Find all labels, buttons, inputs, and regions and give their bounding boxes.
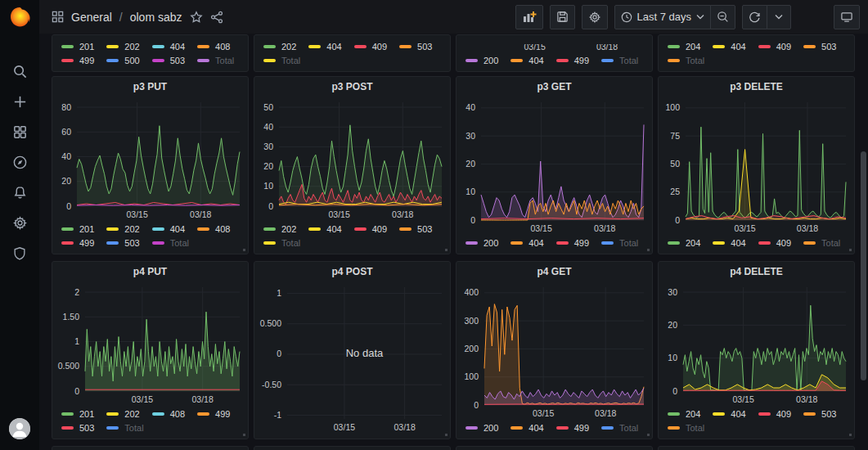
panel-resize-handle[interactable] xyxy=(243,249,245,251)
legend-item-total[interactable]: Total xyxy=(197,56,234,65)
time-range-picker[interactable]: Last 7 days xyxy=(614,5,712,29)
legend-item-204[interactable]: 204 xyxy=(668,42,700,52)
panel-title[interactable]: p3 POST xyxy=(254,77,450,97)
breadcrumb-dashboard-title[interactable]: olom sabz xyxy=(130,11,182,24)
legend-item-202[interactable]: 202 xyxy=(263,42,296,52)
legend-item-404[interactable]: 404 xyxy=(510,423,543,433)
explore-compass-icon[interactable] xyxy=(11,154,28,170)
legend-item-499[interactable]: 499 xyxy=(61,56,94,65)
legend-item-503[interactable]: 503 xyxy=(61,423,94,433)
legend-item-total[interactable]: Total xyxy=(803,238,840,248)
panel-resize-handle[interactable] xyxy=(849,434,852,436)
legend-item-500[interactable]: 500 xyxy=(106,56,139,65)
legend-item-202[interactable]: 202 xyxy=(106,224,139,234)
panel-chart-area[interactable]: 03/1503/18-1-0.5000.5001No data xyxy=(254,282,450,434)
panel-title[interactable]: p3 GET xyxy=(456,77,652,97)
legend-item-408[interactable]: 408 xyxy=(197,42,230,52)
legend-item-499[interactable]: 499 xyxy=(556,238,589,248)
legend-item-404[interactable]: 404 xyxy=(308,42,341,52)
legend-item-202[interactable]: 202 xyxy=(263,224,296,234)
legend-item-202[interactable]: 202 xyxy=(106,409,139,419)
panel-title[interactable]: p4 GET xyxy=(456,262,652,282)
legend-item-204[interactable]: 204 xyxy=(668,409,700,419)
legend-item-503[interactable]: 503 xyxy=(803,42,836,52)
panel-chart-area[interactable]: 03/1503/18010203040 xyxy=(456,97,652,235)
panel-chart-area[interactable]: 03/1503/180255075100 xyxy=(659,97,854,235)
legend-item-total[interactable]: Total xyxy=(601,56,638,65)
legend-item-total[interactable]: Total xyxy=(601,238,638,248)
legend-item-503[interactable]: 503 xyxy=(399,42,432,52)
panel-title[interactable]: p3 PUT xyxy=(52,77,248,97)
legend-item-200[interactable]: 200 xyxy=(465,56,498,65)
legend-item-201[interactable]: 201 xyxy=(61,224,94,234)
legend-item-499[interactable]: 499 xyxy=(61,238,94,248)
legend-item-408[interactable]: 408 xyxy=(152,409,185,419)
legend-item-503[interactable]: 503 xyxy=(399,224,432,234)
panel-chart-area[interactable]: 03/1503/1800.50011.502 xyxy=(52,282,248,406)
create-plus-icon[interactable] xyxy=(11,93,28,110)
legend-item-201[interactable]: 201 xyxy=(61,42,94,52)
save-dashboard-button[interactable] xyxy=(550,5,575,29)
legend-item-201[interactable]: 201 xyxy=(61,409,94,419)
legend-item-total[interactable]: Total xyxy=(263,238,300,248)
configuration-gear-icon[interactable] xyxy=(11,214,28,231)
panel-resize-handle[interactable] xyxy=(445,434,447,436)
legend-item-total[interactable]: Total xyxy=(152,238,189,248)
legend-item-409[interactable]: 409 xyxy=(758,42,791,52)
legend-item-total[interactable]: Total xyxy=(263,56,300,65)
search-icon[interactable] xyxy=(11,63,28,79)
panel-resize-handle[interactable] xyxy=(849,249,852,251)
refresh-button[interactable] xyxy=(742,5,767,29)
legend-item-404[interactable]: 404 xyxy=(308,224,341,234)
legend-item-499[interactable]: 499 xyxy=(197,409,230,419)
panel-title[interactable]: p4 DELETE xyxy=(659,262,854,282)
zoom-out-time-button[interactable] xyxy=(710,5,735,29)
panel-chart-area[interactable]: 03/1503/1801020304050 xyxy=(254,97,450,221)
legend-item-200[interactable]: 200 xyxy=(465,423,498,433)
breadcrumb-folder[interactable]: General xyxy=(71,11,112,24)
legend-item-404[interactable]: 404 xyxy=(510,238,543,248)
vertical-scrollbar-thumb[interactable] xyxy=(861,151,866,380)
panel-resize-handle[interactable] xyxy=(243,434,245,436)
legend-item-404[interactable]: 404 xyxy=(713,238,745,248)
legend-item-503[interactable]: 503 xyxy=(106,238,139,248)
legend-item-409[interactable]: 409 xyxy=(354,42,387,52)
legend-item-404[interactable]: 404 xyxy=(152,42,185,52)
legend-item-404[interactable]: 404 xyxy=(713,409,745,419)
grafana-logo[interactable] xyxy=(0,0,39,34)
legend-item-404[interactable]: 404 xyxy=(510,56,543,65)
legend-item-409[interactable]: 409 xyxy=(758,409,791,419)
panel-resize-handle[interactable] xyxy=(647,249,650,251)
legend-item-total[interactable]: Total xyxy=(668,423,704,433)
panel-resize-handle[interactable] xyxy=(647,434,650,436)
legend-item-total[interactable]: Total xyxy=(668,56,704,65)
panel-title[interactable]: p3 DELETE xyxy=(659,77,854,97)
favorite-star-icon[interactable] xyxy=(190,11,203,24)
legend-item-total[interactable]: Total xyxy=(106,423,143,433)
dashboard-settings-button[interactable] xyxy=(582,5,608,29)
panel-chart-area[interactable]: 03/1503/180100200300400 xyxy=(456,282,652,420)
legend-item-204[interactable]: 204 xyxy=(668,238,700,248)
legend-item-404[interactable]: 404 xyxy=(152,224,185,234)
legend-item-499[interactable]: 499 xyxy=(556,423,589,433)
tv-cycle-view-button[interactable] xyxy=(834,5,860,29)
panel-chart-area[interactable]: 03/1503/180102030 xyxy=(659,282,854,406)
legend-item-total[interactable]: Total xyxy=(601,423,638,433)
add-panel-button[interactable] xyxy=(515,5,543,29)
legend-item-409[interactable]: 409 xyxy=(354,224,387,234)
refresh-interval-dropdown[interactable] xyxy=(767,5,791,29)
user-avatar[interactable] xyxy=(9,418,30,439)
panel-title[interactable]: p4 POST xyxy=(254,262,450,282)
legend-item-503[interactable]: 503 xyxy=(803,409,836,419)
legend-item-409[interactable]: 409 xyxy=(758,238,791,248)
legend-item-499[interactable]: 499 xyxy=(556,56,589,65)
dashboards-icon[interactable] xyxy=(11,124,28,140)
legend-item-408[interactable]: 408 xyxy=(197,224,230,234)
server-admin-shield-icon[interactable] xyxy=(11,245,28,261)
legend-item-503[interactable]: 503 xyxy=(152,56,185,65)
alerting-bell-icon[interactable] xyxy=(11,184,28,200)
share-icon[interactable] xyxy=(210,11,223,24)
legend-item-200[interactable]: 200 xyxy=(465,238,498,248)
panel-title[interactable]: p4 PUT xyxy=(52,262,248,282)
legend-item-404[interactable]: 404 xyxy=(713,42,745,52)
